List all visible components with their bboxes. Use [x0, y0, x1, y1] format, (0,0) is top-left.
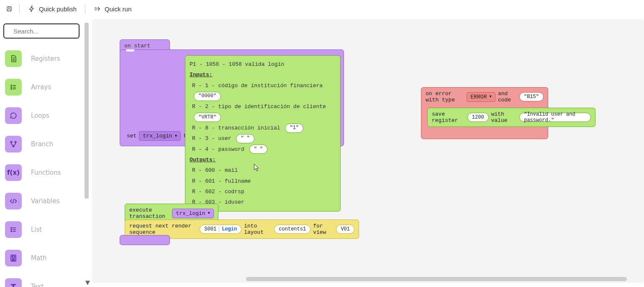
sidebar-item-label: Registers — [31, 55, 60, 62]
render-sequence-input[interactable]: S001 Login — [200, 225, 241, 234]
comment-title: P1 - 1058 - 1058 valida login — [190, 59, 336, 70]
calculator-icon — [5, 250, 22, 266]
on-start-tail[interactable] — [120, 235, 170, 245]
quick-run-label: Quick run — [105, 5, 131, 13]
input-value-2[interactable]: "1" — [285, 124, 303, 133]
sidebar-item-arrays[interactable]: Arrays — [3, 73, 80, 101]
sidebar: Registers Arrays Loops Branch f(x) Funct… — [0, 19, 83, 287]
svg-point-10 — [11, 228, 12, 228]
save-register-block[interactable]: save register 1200 with value "Invalid u… — [427, 108, 595, 127]
input-value-1[interactable]: "VRTR" — [194, 113, 221, 122]
sidebar-item-label: Math — [31, 254, 47, 262]
sidebar-item-branch[interactable]: Branch — [3, 130, 80, 158]
svg-point-18 — [12, 260, 13, 260]
svg-point-12 — [11, 231, 12, 232]
svg-point-15 — [12, 259, 13, 259]
quick-publish-label: Quick publish — [39, 5, 77, 13]
sidebar-item-label: Functions — [31, 169, 61, 176]
render-layout-input[interactable]: contents1 — [274, 225, 310, 234]
render-label: request next render sequence — [129, 223, 195, 235]
function-icon: f(x) — [5, 164, 22, 181]
outputs-label: Outputs: — [190, 157, 216, 163]
svg-point-16 — [13, 259, 13, 259]
var-dropdown-trx-login[interactable]: trx_login▼ — [139, 131, 181, 141]
on-error-block[interactable]: on error with type ERROR▼ and code "B15"… — [421, 87, 548, 139]
on-error-label: on error with type — [426, 90, 464, 103]
branch-icon — [5, 136, 22, 153]
svg-rect-2 — [8, 9, 11, 11]
save-button[interactable] — [3, 3, 15, 15]
svg-rect-14 — [12, 256, 15, 257]
set-label: set — [127, 133, 136, 139]
sidebar-item-text[interactable]: T Text — [3, 272, 80, 287]
list-icon — [5, 221, 22, 238]
svg-point-11 — [11, 229, 12, 230]
sidebar-item-label: Loops — [31, 112, 49, 119]
search-input[interactable] — [13, 27, 94, 35]
sidebar-item-label: List — [31, 226, 42, 233]
transaction-definition-block[interactable]: P1 - 1058 - 1058 valida login Inputs: R … — [185, 55, 341, 212]
list-icon — [5, 79, 22, 96]
inputs-label: Inputs: — [190, 72, 213, 78]
render-view-input[interactable]: V01 — [336, 225, 354, 234]
svg-point-6 — [11, 88, 12, 89]
sidebar-item-variables[interactable]: Variables — [3, 187, 80, 215]
sidebar-item-label: Arrays — [31, 83, 51, 91]
quick-publish-button[interactable]: Quick publish — [24, 3, 81, 14]
code-icon — [5, 193, 22, 209]
sidebar-scrollbar[interactable] — [84, 21, 90, 281]
blocks-canvas[interactable]: on start set trx_login▼ to P1 - 1058 - 1… — [92, 19, 644, 283]
input-value-0[interactable]: "0000" — [194, 92, 221, 101]
sidebar-item-math[interactable]: Math — [3, 244, 80, 272]
sidebar-item-label: Branch — [31, 140, 53, 148]
exec-var-dropdown[interactable]: trx_login▼ — [172, 209, 214, 218]
svg-point-17 — [14, 259, 15, 259]
sidebar-item-list[interactable]: List — [3, 215, 80, 244]
svg-point-5 — [11, 87, 12, 88]
quick-run-button[interactable]: Quick run — [90, 3, 136, 14]
sidebar-item-registers[interactable]: Registers — [3, 44, 80, 73]
svg-rect-1 — [8, 7, 10, 8]
sidebar-item-loops[interactable]: Loops — [3, 101, 80, 130]
save-register-num[interactable]: 1200 — [467, 113, 489, 122]
error-type-dropdown[interactable]: ERROR▼ — [467, 92, 495, 102]
svg-point-4 — [11, 85, 12, 86]
sidebar-item-functions[interactable]: f(x) Functions — [3, 158, 80, 187]
error-code-input[interactable]: "B15" — [519, 92, 544, 101]
document-icon — [5, 50, 22, 67]
svg-point-19 — [13, 260, 13, 260]
search-box[interactable] — [3, 23, 80, 39]
input-value-3[interactable]: " " — [236, 134, 254, 143]
canvas-horizontal-scrollbar[interactable] — [246, 277, 627, 281]
save-register-value[interactable]: "Invalid user and password." — [519, 113, 591, 122]
sidebar-item-label: Text — [31, 283, 44, 287]
execute-label: execute transaction — [129, 207, 169, 220]
input-value-4[interactable]: " " — [249, 145, 268, 154]
svg-point-8 — [15, 141, 16, 142]
sidebar-item-label: Variables — [31, 197, 60, 205]
svg-point-7 — [10, 141, 12, 142]
loop-icon — [5, 107, 22, 124]
svg-point-20 — [14, 260, 15, 260]
text-icon: T — [5, 278, 22, 287]
save-register-label: save register — [432, 111, 463, 124]
